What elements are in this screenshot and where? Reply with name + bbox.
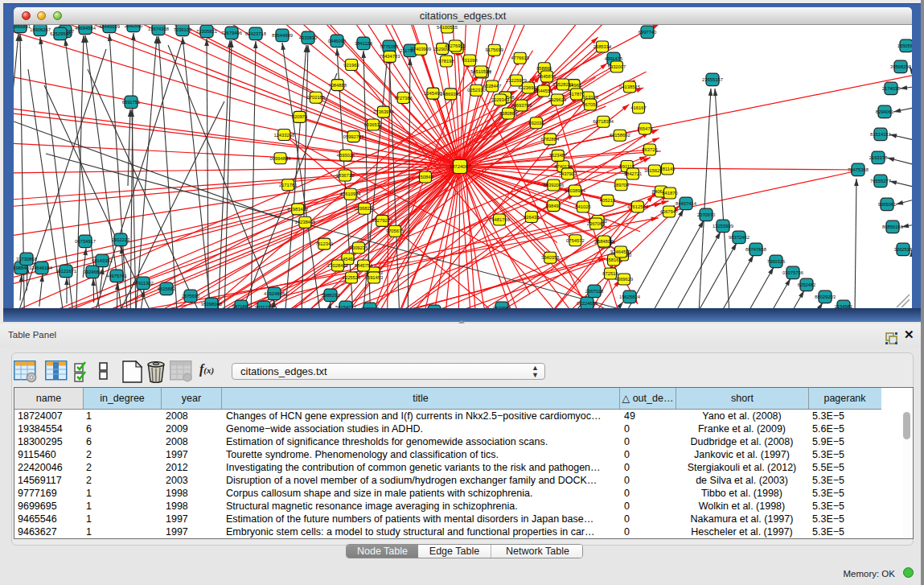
svg-text:47610934: 47610934 (340, 192, 362, 196)
svg-text:24546184: 24546184 (31, 266, 53, 270)
svg-text:18724007: 18724007 (450, 164, 471, 169)
svg-text:6036532: 6036532 (364, 122, 383, 127)
svg-text:1550569: 1550569 (897, 43, 912, 48)
svg-text:826432: 826432 (524, 215, 539, 220)
svg-text:06734917: 06734917 (75, 239, 96, 244)
svg-text:55154717: 55154717 (335, 305, 356, 308)
svg-text:6252482: 6252482 (798, 282, 816, 287)
svg-text:7084888: 7084888 (328, 83, 347, 88)
svg-text:06224699: 06224699 (577, 301, 598, 306)
svg-text:3340355: 3340355 (541, 255, 560, 260)
svg-text:9009235: 9009235 (350, 245, 368, 250)
svg-text:07911302: 07911302 (133, 281, 153, 286)
svg-text:5988293: 5988293 (322, 293, 340, 298)
svg-text:13253939: 13253939 (713, 224, 733, 229)
svg-text:6591751: 6591751 (122, 100, 141, 105)
svg-text:0754572: 0754572 (566, 238, 585, 243)
svg-text:4391475: 4391475 (605, 56, 623, 61)
svg-text:05992763: 05992763 (343, 134, 364, 139)
svg-text:765474: 765474 (637, 126, 653, 131)
svg-text:6782884: 6782884 (541, 137, 560, 142)
svg-text:5845754: 5845754 (355, 263, 373, 268)
svg-text:27363974: 27363974 (373, 109, 395, 114)
svg-text:6615682: 6615682 (158, 286, 176, 291)
svg-text:892034: 892034 (528, 121, 544, 126)
svg-text:30279227: 30279227 (372, 218, 392, 223)
svg-text:220979: 220979 (292, 114, 307, 119)
svg-text:76481766: 76481766 (489, 217, 510, 222)
svg-text:54510536: 54510536 (470, 69, 491, 74)
svg-text:63158692: 63158692 (610, 133, 630, 138)
svg-text:9705675: 9705675 (386, 229, 405, 233)
svg-text:3929629: 3929629 (548, 97, 567, 102)
svg-text:44975761: 44975761 (106, 274, 127, 278)
svg-text:81514151: 81514151 (870, 132, 891, 137)
svg-text:04138515: 04138515 (619, 84, 640, 89)
svg-text:72679496: 72679496 (221, 31, 242, 35)
svg-text:19625824: 19625824 (619, 295, 641, 299)
svg-text:41924848: 41924848 (264, 291, 285, 296)
svg-text:189704: 189704 (614, 183, 630, 187)
svg-text:416167: 416167 (630, 105, 646, 110)
svg-text:3842721: 3842721 (624, 171, 643, 176)
svg-text:39568299: 39568299 (890, 64, 911, 69)
svg-text:2685314: 2685314 (593, 44, 612, 49)
svg-text:858866: 858866 (536, 66, 552, 71)
svg-text:2070970: 2070970 (697, 212, 716, 217)
svg-text:92464531: 92464531 (610, 249, 631, 254)
svg-text:0252310: 0252310 (467, 88, 486, 93)
svg-text:7727386: 7727386 (394, 96, 413, 101)
svg-text:2171781: 2171781 (279, 183, 298, 187)
svg-text:8294061: 8294061 (876, 109, 894, 114)
svg-text:0702185: 0702185 (307, 95, 326, 100)
svg-text:71988403: 71988403 (14, 266, 31, 270)
svg-text:921963: 921963 (343, 63, 359, 68)
svg-text:5932007: 5932007 (608, 64, 626, 69)
svg-text:3437902: 3437902 (559, 171, 577, 176)
svg-text:150843: 150843 (417, 175, 433, 179)
svg-text:00994846: 00994846 (270, 156, 291, 161)
svg-text:7360326: 7360326 (767, 259, 786, 264)
svg-text:58886891: 58886891 (14, 25, 31, 29)
svg-text:1836713: 1836713 (336, 173, 355, 178)
svg-text:841870: 841870 (662, 191, 677, 196)
svg-text:84407414: 84407414 (676, 201, 697, 206)
svg-text:48694584: 48694584 (75, 26, 97, 31)
svg-text:3262536: 3262536 (894, 247, 912, 252)
svg-text:0446090: 0446090 (328, 39, 347, 43)
svg-text:54100555: 54100555 (437, 25, 458, 30)
svg-text:89392046: 89392046 (544, 183, 565, 187)
svg-text:2174038: 2174038 (882, 86, 901, 91)
svg-text:18906267: 18906267 (30, 27, 51, 32)
svg-text:3380860: 3380860 (499, 111, 518, 116)
svg-text:89544999: 89544999 (272, 33, 293, 38)
svg-text:98372462: 98372462 (729, 235, 749, 240)
svg-text:4369629: 4369629 (615, 277, 634, 282)
svg-text:3841128: 3841128 (355, 41, 372, 46)
svg-text:78434783: 78434783 (380, 54, 400, 59)
svg-text:88029203: 88029203 (815, 295, 836, 299)
svg-text:82423718: 82423718 (245, 31, 266, 36)
svg-text:9065061: 9065061 (878, 202, 897, 207)
svg-text:24869341: 24869341 (440, 92, 461, 97)
svg-text:1045490: 1045490 (424, 91, 442, 96)
svg-text:78475368: 78475368 (848, 167, 869, 172)
svg-text:405217: 405217 (600, 198, 615, 203)
svg-text:2912223: 2912223 (112, 237, 130, 242)
svg-text:9175699: 9175699 (485, 47, 503, 52)
svg-text:2660560: 2660560 (125, 25, 143, 28)
svg-text:76555277: 76555277 (870, 179, 891, 183)
svg-text:68038994: 68038994 (565, 188, 586, 193)
svg-text:03075736: 03075736 (782, 270, 803, 275)
svg-text:60718384: 60718384 (593, 119, 614, 124)
svg-text:15121671: 15121671 (55, 269, 76, 274)
svg-text:4067947: 4067947 (660, 209, 679, 214)
svg-text:04693703: 04693703 (511, 103, 532, 108)
svg-text:23028432: 23028432 (327, 263, 348, 268)
svg-text:3924684: 3924684 (84, 270, 102, 274)
svg-text:4776619: 4776619 (511, 56, 529, 60)
svg-text:23555157: 23555157 (702, 77, 723, 82)
svg-text:458165: 458165 (606, 257, 621, 262)
svg-text:47612504: 47612504 (627, 204, 649, 209)
svg-text:5775355: 5775355 (380, 44, 399, 49)
